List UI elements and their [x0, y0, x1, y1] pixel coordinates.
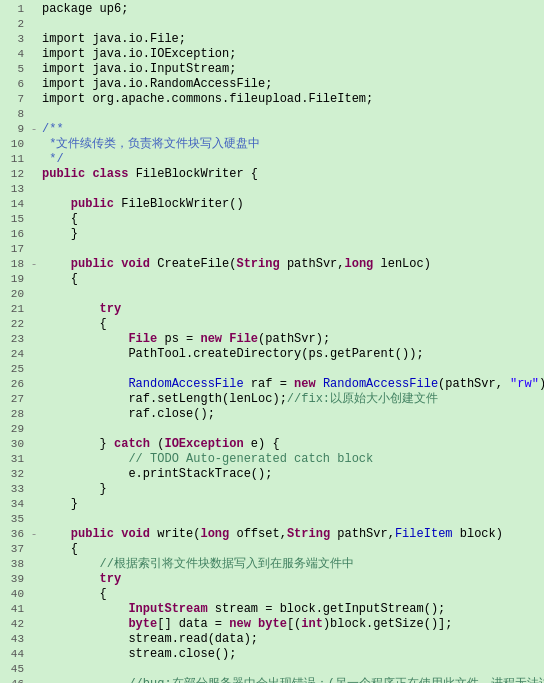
fold-indicator [28, 557, 40, 572]
fold-indicator [28, 92, 40, 107]
code-line: 5 import java.io.InputStream; [0, 62, 544, 77]
fold-indicator [28, 632, 40, 647]
code-line: 27 raf.setLength(lenLoc);//fix:以原始大小创建文件 [0, 392, 544, 407]
line-content: // TODO Auto-generated catch block [40, 452, 544, 467]
code-line: 32 e.printStackTrace(); [0, 467, 544, 482]
line-content: import java.io.File; [40, 32, 544, 47]
code-line: 6 import java.io.RandomAccessFile; [0, 77, 544, 92]
fold-indicator [28, 242, 40, 257]
line-number: 8 [0, 107, 28, 122]
code-line: 19 { [0, 272, 544, 287]
line-number: 44 [0, 647, 28, 662]
line-content: import java.io.IOException; [40, 47, 544, 62]
line-number: 24 [0, 347, 28, 362]
fold-indicator[interactable]: - [28, 122, 40, 137]
line-content: public FileBlockWriter() [40, 197, 544, 212]
line-number: 17 [0, 242, 28, 257]
code-line: 42 byte[] data = new byte[(int)block.get… [0, 617, 544, 632]
fold-indicator [28, 662, 40, 677]
code-line: 34 } [0, 497, 544, 512]
fold-indicator [28, 647, 40, 662]
line-number: 11 [0, 152, 28, 167]
code-line: 46 //bug:在部分服务器中会出现错误：(另一个程序正在使用此文件，进程无法… [0, 677, 544, 683]
line-content [40, 362, 544, 377]
code-line: 21 try [0, 302, 544, 317]
line-number: 5 [0, 62, 28, 77]
code-line: 4 import java.io.IOException; [0, 47, 544, 62]
line-content: { [40, 317, 544, 332]
line-content: public void CreateFile(String pathSvr,lo… [40, 257, 544, 272]
line-content: //根据索引将文件块数据写入到在服务端文件中 [40, 557, 544, 572]
line-content: //bug:在部分服务器中会出现错误：(另一个程序正在使用此文件，进程无法访问。… [40, 677, 544, 683]
line-content: } catch (IOException e) { [40, 437, 544, 452]
fold-indicator [28, 32, 40, 47]
fold-indicator [28, 287, 40, 302]
line-number: 36 [0, 527, 28, 542]
line-content: e.printStackTrace(); [40, 467, 544, 482]
line-content: InputStream stream = block.getInputStrea… [40, 602, 544, 617]
fold-indicator [28, 407, 40, 422]
code-line: 12 public class FileBlockWriter { [0, 167, 544, 182]
line-number: 45 [0, 662, 28, 677]
fold-indicator [28, 182, 40, 197]
fold-indicator [28, 542, 40, 557]
fold-indicator [28, 482, 40, 497]
line-content: */ [40, 152, 544, 167]
line-number: 1 [0, 2, 28, 17]
line-number: 18 [0, 257, 28, 272]
code-line: 30 } catch (IOException e) { [0, 437, 544, 452]
code-line: 33 } [0, 482, 544, 497]
fold-indicator [28, 302, 40, 317]
line-content [40, 422, 544, 437]
fold-indicator[interactable]: - [28, 527, 40, 542]
line-number: 42 [0, 617, 28, 632]
line-content: { [40, 212, 544, 227]
line-content: stream.read(data); [40, 632, 544, 647]
code-line: 2 [0, 17, 544, 32]
line-number: 31 [0, 452, 28, 467]
fold-indicator [28, 2, 40, 17]
line-number: 22 [0, 317, 28, 332]
line-number: 12 [0, 167, 28, 182]
line-number: 25 [0, 362, 28, 377]
line-content [40, 512, 544, 527]
fold-indicator [28, 47, 40, 62]
fold-indicator[interactable]: - [28, 257, 40, 272]
line-content: } [40, 227, 544, 242]
code-line: 25 [0, 362, 544, 377]
line-content: byte[] data = new byte[(int)block.getSiz… [40, 617, 544, 632]
code-line: 43 stream.read(data); [0, 632, 544, 647]
line-number: 41 [0, 602, 28, 617]
code-line: 17 [0, 242, 544, 257]
code-line: 35 [0, 512, 544, 527]
code-line: 1 package up6; [0, 2, 544, 17]
code-line: 13 [0, 182, 544, 197]
line-number: 43 [0, 632, 28, 647]
fold-indicator [28, 512, 40, 527]
line-number: 27 [0, 392, 28, 407]
line-content [40, 107, 544, 122]
fold-indicator [28, 152, 40, 167]
line-content [40, 242, 544, 257]
line-content [40, 182, 544, 197]
code-line: 23 File ps = new File(pathSvr); [0, 332, 544, 347]
line-content: } [40, 482, 544, 497]
fold-indicator [28, 62, 40, 77]
fold-indicator [28, 197, 40, 212]
code-line: 20 [0, 287, 544, 302]
fold-indicator [28, 392, 40, 407]
line-number: 37 [0, 542, 28, 557]
fold-indicator [28, 107, 40, 122]
line-content [40, 17, 544, 32]
line-number: 26 [0, 377, 28, 392]
code-line: 16 } [0, 227, 544, 242]
line-number: 39 [0, 572, 28, 587]
line-content: { [40, 587, 544, 602]
fold-indicator [28, 467, 40, 482]
fold-indicator [28, 17, 40, 32]
line-number: 32 [0, 467, 28, 482]
fold-indicator [28, 572, 40, 587]
line-number: 19 [0, 272, 28, 287]
code-line: 11 */ [0, 152, 544, 167]
line-content: import java.io.RandomAccessFile; [40, 77, 544, 92]
